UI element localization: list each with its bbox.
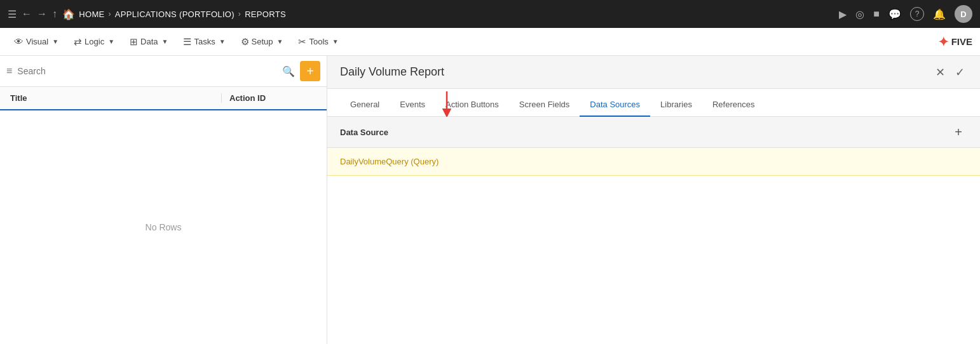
visual-arrow-icon: ▼ [52,38,58,45]
breadcrumb-sep1: › [109,10,111,18]
add-datasource-button[interactable]: + [949,123,967,141]
data-label: Data [140,37,158,46]
search-circle-icon[interactable]: ◎ [855,8,864,20]
home-icon[interactable]: 🏠 [62,8,75,20]
datasource-col-label: Data Source [340,128,949,137]
search-icon[interactable]: 🔍 [282,65,295,77]
toolbar-data[interactable]: ⊞ Data ▼ [123,32,174,51]
breadcrumb-reports[interactable]: REPORTS [245,10,286,19]
tab-content-data-sources: Data Source + DailyVolumeQuery (Query) [327,117,980,344]
tab-references[interactable]: References [702,93,765,117]
chat-icon[interactable]: 💬 [888,8,901,20]
visual-icon: 👁 [14,36,24,47]
up-icon[interactable]: ↑ [52,8,57,20]
tab-libraries[interactable]: Libraries [650,93,702,117]
hamburger-icon[interactable]: ☰ [8,8,17,20]
close-button[interactable]: ✕ [933,63,948,82]
toolbar-visual[interactable]: 👁 Visual ▼ [8,32,65,51]
tab-general[interactable]: General [340,93,390,117]
confirm-button[interactable]: ✓ [953,63,967,82]
setup-icon: ⚙ [241,36,249,48]
toolbar-logic[interactable]: ⇄ Logic ▼ [67,32,121,51]
main-content: ≡ 🔍 + Title Action ID No Rows Daily Volu… [0,56,980,344]
tabs: General Events Action Buttons Screen Fie… [327,89,980,117]
breadcrumb-applications[interactable]: APPLICATIONS (PORTFOLIO) [115,10,235,19]
tabs-container: General Events Action Buttons Screen Fie… [327,89,980,117]
five-logo-text: FIVE [951,36,972,47]
tools-arrow-icon: ▼ [332,38,339,45]
visual-label: Visual [26,37,48,46]
breadcrumb-home[interactable]: HOME [79,10,104,19]
tasks-arrow-icon: ▼ [219,38,226,45]
logic-label: Logic [85,37,104,46]
setup-arrow-icon: ▼ [277,38,283,45]
list-body: No Rows [0,110,327,344]
five-logo-icon: ✦ [938,34,949,50]
setup-label: Setup [252,37,273,46]
datasource-header: Data Source + [327,117,980,148]
data-arrow-icon: ▼ [162,38,168,45]
list-header: Title Action ID [0,87,327,110]
right-panel: Daily Volume Report ✕ ✓ General Events A… [327,56,980,344]
toolbar-setup[interactable]: ⚙ Setup ▼ [235,32,290,51]
back-icon[interactable]: ← [22,8,32,20]
col-action-id: Action ID [221,93,316,103]
tools-icon: ✂ [298,36,306,48]
logic-icon: ⇄ [74,36,82,48]
tools-label: Tools [309,37,328,46]
panel-title: Daily Volume Report [340,65,933,79]
nav-right: ▶ ◎ ■ 💬 ? 🔔 D [839,5,972,23]
nav-left: ☰ ← → ↑ 🏠 HOME › APPLICATIONS (PORTFOLIO… [8,8,834,20]
data-icon: ⊞ [130,36,138,48]
tab-screen-fields[interactable]: Screen Fields [509,93,580,117]
tasks-label: Tasks [194,37,215,46]
search-input[interactable] [17,66,277,76]
tasks-icon: ☰ [183,36,191,48]
tab-data-sources[interactable]: Data Sources [580,93,650,117]
filter-icon: ≡ [6,65,12,77]
search-bar: ≡ 🔍 + [0,56,327,87]
no-rows-label: No Rows [146,222,182,232]
bell-icon[interactable]: 🔔 [933,8,946,20]
add-button[interactable]: + [300,61,320,81]
five-logo: ✦ FIVE [938,34,972,50]
forward-icon[interactable]: → [37,8,47,20]
play-icon[interactable]: ▶ [839,8,847,20]
col-title: Title [10,93,221,103]
datasource-row-text: DailyVolumeQuery (Query) [340,157,439,166]
top-navigation: ☰ ← → ↑ 🏠 HOME › APPLICATIONS (PORTFOLIO… [0,0,980,28]
help-icon[interactable]: ? [910,7,924,21]
logic-arrow-icon: ▼ [108,38,114,45]
breadcrumb-sep2: › [238,10,241,18]
tab-action-buttons[interactable]: Action Buttons [435,93,509,117]
datasource-row[interactable]: DailyVolumeQuery (Query) [327,148,980,176]
panel-header-actions: ✕ ✓ [933,63,967,82]
left-panel: ≡ 🔍 + Title Action ID No Rows [0,56,327,344]
breadcrumb: 🏠 HOME › APPLICATIONS (PORTFOLIO) › REPO… [62,8,286,20]
toolbar: 👁 Visual ▼ ⇄ Logic ▼ ⊞ Data ▼ ☰ Tasks ▼ … [0,28,980,56]
tab-events[interactable]: Events [390,93,435,117]
avatar[interactable]: D [955,5,972,23]
panel-header: Daily Volume Report ✕ ✓ [327,56,980,89]
stop-icon[interactable]: ■ [873,8,880,20]
toolbar-tasks[interactable]: ☰ Tasks ▼ [177,32,231,51]
toolbar-tools[interactable]: ✂ Tools ▼ [292,32,344,51]
